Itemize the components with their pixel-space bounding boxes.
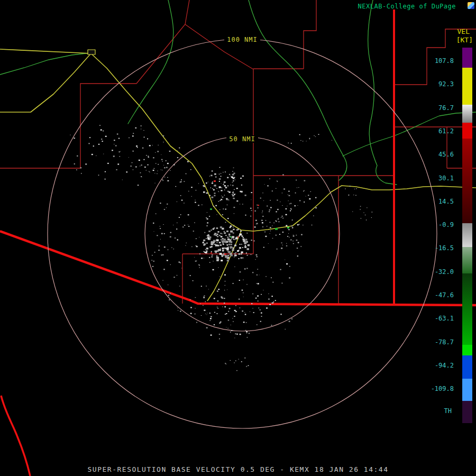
product-status-text: SUPER-RESOLUTION BASE VELOCITY 0.5 DEG -… <box>0 465 476 473</box>
map-canvas: 100 NMI 50 NMI <box>0 0 476 476</box>
colorbar-segment <box>462 355 472 379</box>
border-road-southwest <box>1 396 30 476</box>
colorbar-segment <box>462 401 472 423</box>
colorbar-segment <box>462 123 472 139</box>
colorbar-segment <box>462 48 472 68</box>
highway-junction-marker <box>88 50 95 54</box>
colorbar-segment <box>462 139 472 223</box>
colorbar-strip <box>462 48 472 423</box>
colorbar-segment <box>462 68 472 105</box>
velocity-returns <box>70 125 372 371</box>
colorbar-segment <box>462 345 472 355</box>
colorbar-segment <box>462 247 472 273</box>
international-border <box>0 231 476 305</box>
rivers <box>0 0 476 185</box>
ring-labels: 100 NMI 50 NMI <box>224 36 260 143</box>
colorbar-units: [KT] <box>456 36 473 44</box>
colorbar-segment <box>462 105 472 123</box>
ring-label-100nmi: 100 NMI <box>227 36 258 43</box>
highways <box>0 49 476 301</box>
colorbar-segment <box>462 273 472 345</box>
radar-viewer: 100 NMI 50 NMI NEXLAB-College of DuPage … <box>0 0 476 476</box>
site-icon <box>468 2 474 9</box>
brand-text: NEXLAB-College of DuPage <box>358 3 456 10</box>
range-ring-100nmi <box>48 39 437 428</box>
colorbar-title: VEL <box>457 28 470 35</box>
colorbar-segment <box>462 379 472 401</box>
range-ring-50nmi <box>145 136 340 331</box>
colorbar-segment <box>462 223 472 247</box>
ring-label-50nmi: 50 NMI <box>229 135 255 143</box>
colorbar-threshold-label: TH <box>444 407 452 415</box>
